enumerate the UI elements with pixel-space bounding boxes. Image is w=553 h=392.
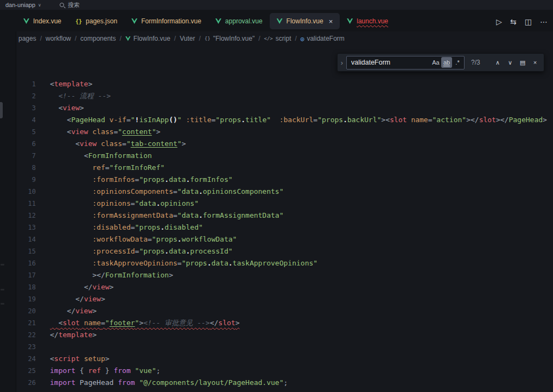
code-line[interactable]: 23 <box>16 341 553 353</box>
code-line[interactable]: 20 </view> <box>16 305 553 317</box>
code-line[interactable]: 11 :opinions="data.opinions" <box>16 198 553 210</box>
breadcrumb-label: workflow <box>46 35 71 42</box>
code-line[interactable]: 14 :workflowData="props.workflowData" <box>16 233 553 245</box>
line-number: 6 <box>16 138 36 150</box>
tab-bar: Index.vue{}pages.jsonFormInformation.vue… <box>0 10 553 31</box>
project-switcher[interactable]: dan-uniapp ∨ <box>5 2 41 8</box>
code-lines[interactable]: 1<template>2 <!-- 流程 -->3 <view>4 <PageH… <box>16 46 553 392</box>
code-line-content: :taskApproveOpinions="props.data.taskApp… <box>50 257 317 269</box>
code-line-content: :formInfos="props.data.formInfos" <box>50 174 233 186</box>
breadcrumb-item-pages[interactable]: pages <box>18 35 36 42</box>
close-find-button[interactable]: × <box>530 56 541 68</box>
code-line-content: ></FormInformation> <box>50 269 173 281</box>
line-number: 10 <box>16 186 36 198</box>
code-line[interactable]: 10 :opinionsComponents="data.opinionsCom… <box>16 186 553 198</box>
open-changes-button[interactable]: ⇆ <box>510 17 517 26</box>
next-match-button[interactable]: ∨ <box>505 56 516 68</box>
tab-FlowInfo.vue[interactable]: FlowInfo.vue× <box>270 13 340 29</box>
strip-mark <box>1 303 4 305</box>
json-file-icon: {} <box>75 18 82 24</box>
vue-file-icon <box>215 18 221 24</box>
breadcrumb-item-Vuter[interactable]: Vuter <box>180 35 195 42</box>
split-editor-button[interactable]: ◫ <box>525 17 532 26</box>
code-line-content: <FormInformation <box>50 150 152 162</box>
code-line-content: :opinionsComponents="data.opinionsCompon… <box>50 186 284 198</box>
editor[interactable]: 1<template>2 <!-- 流程 -->3 <view>4 <PageH… <box>0 46 553 392</box>
code-line-content: <view> <box>50 102 84 114</box>
code-line[interactable]: 22</template> <box>16 329 553 341</box>
breadcrumb-label: validateForm <box>307 35 344 42</box>
code-line-content: <script setup> <box>50 353 110 365</box>
code-line-content: <PageHead v-if="!isInApp()" :title="prop… <box>50 114 547 126</box>
tab-pages.json[interactable]: {}pages.json <box>68 13 124 29</box>
line-number: 21 <box>16 317 36 329</box>
code-line[interactable]: 5 <view class="content"> <box>16 126 553 138</box>
more-actions-button[interactable]: ⋯ <box>540 17 548 26</box>
line-number: 14 <box>16 233 36 245</box>
activity-strip-indicator <box>0 102 3 118</box>
code-line[interactable]: 9 :formInfos="props.data.formInfos" <box>16 174 553 186</box>
code-line-content: <view class="tab-content"> <box>50 138 186 150</box>
code-line[interactable]: 26import PageHead from "@/components/lay… <box>16 377 553 389</box>
tab-label: launch.vue <box>357 17 388 25</box>
breadcrumb-separator: / <box>174 35 176 42</box>
toggle-replace-button[interactable]: › <box>338 59 346 67</box>
find-widget: › Aa ab .* ?/3 ∧ ∨ ▤ × <box>337 53 544 72</box>
code-line-content: :workflowData="props.workflowData" <box>50 233 237 245</box>
code-line[interactable]: 21 <slot name="footer"><!-- 审批意见 --></sl… <box>16 317 553 329</box>
code-line[interactable]: 16 :taskApproveOpinions="props.data.task… <box>16 257 553 269</box>
line-number: 13 <box>16 222 36 233</box>
code-line[interactable]: 6 <view class="tab-content"> <box>16 138 553 150</box>
code-line[interactable]: 13 :disabled="props.disabled" <box>16 222 553 233</box>
line-number: 11 <box>16 198 36 210</box>
previous-match-button[interactable]: ∧ <box>492 56 503 68</box>
code-line[interactable]: 25import { ref } from "vue"; <box>16 365 553 377</box>
code-line[interactable]: 4 <PageHead v-if="!isInApp()" :title="pr… <box>16 114 553 126</box>
code-line[interactable]: 12 :formAssignmentData="data.formAssignm… <box>16 210 553 222</box>
vue-file-icon <box>125 36 131 41</box>
breadcrumb-item--FlowInfo-vue-[interactable]: {}"FlowInfo.vue" <box>205 35 255 42</box>
vue-file-icon <box>131 18 137 24</box>
breadcrumb-label: Vuter <box>180 35 195 42</box>
breadcrumb-item-components[interactable]: components <box>80 35 116 42</box>
tab-launch.vue[interactable]: launch.vue <box>340 13 395 29</box>
code-line-content: import { ref } from "vue"; <box>50 365 161 377</box>
symbol-method-icon: ◎ <box>301 35 304 42</box>
match-case-toggle[interactable]: Aa <box>430 57 441 68</box>
line-number: 15 <box>16 245 36 257</box>
breadcrumb-item-FlowInfo-vue[interactable]: FlowInfo.vue <box>125 35 170 42</box>
line-number: 3 <box>16 102 36 114</box>
tab-approval.vue[interactable]: approval.vue <box>208 13 270 29</box>
find-in-selection-button[interactable]: ▤ <box>517 56 528 68</box>
run-button[interactable]: ▷ <box>496 17 502 26</box>
editor-actions: ▷⇆◫⋯ <box>496 17 548 26</box>
code-line[interactable]: 7 <FormInformation <box>16 150 553 162</box>
tab-Index.vue[interactable]: Index.vue <box>16 13 68 29</box>
breadcrumb-item-validateForm[interactable]: ◎validateForm <box>301 35 345 42</box>
breadcrumb-item-script[interactable]: </>script <box>264 35 291 42</box>
whole-word-toggle[interactable]: ab <box>441 57 452 68</box>
code-line[interactable]: 2 <!-- 流程 --> <box>16 90 553 102</box>
code-line[interactable]: 18 </view> <box>16 281 553 293</box>
find-input[interactable] <box>351 59 430 66</box>
code-line-content: :opinions="data.opinions" <box>50 198 199 210</box>
code-line[interactable]: 17 ></FormInformation> <box>16 269 553 281</box>
close-tab-icon[interactable]: × <box>329 18 333 25</box>
global-search-button[interactable]: 搜索 <box>60 1 80 9</box>
line-number: 4 <box>16 114 36 126</box>
code-line-content: <view class="content"> <box>50 126 161 138</box>
regex-toggle[interactable]: .* <box>452 57 463 68</box>
code-line[interactable]: 8 ref="formInfoRef" <box>16 162 553 174</box>
chevron-down-icon: ∨ <box>38 3 41 8</box>
strip-mark <box>1 264 4 265</box>
code-line-content: </template> <box>50 329 97 341</box>
code-line[interactable]: 1<template> <box>16 78 553 90</box>
code-line[interactable]: 3 <view> <box>16 102 553 114</box>
tab-FormInformation.vue[interactable]: FormInformation.vue <box>124 13 208 29</box>
vue-file-icon <box>23 18 29 24</box>
activity-strip <box>0 10 16 392</box>
code-line[interactable]: 24<script setup> <box>16 353 553 365</box>
code-line[interactable]: 19 </view> <box>16 293 553 305</box>
breadcrumb-item-workflow[interactable]: workflow <box>46 35 71 42</box>
code-line[interactable]: 15 :processId="props.data.processId" <box>16 245 553 257</box>
